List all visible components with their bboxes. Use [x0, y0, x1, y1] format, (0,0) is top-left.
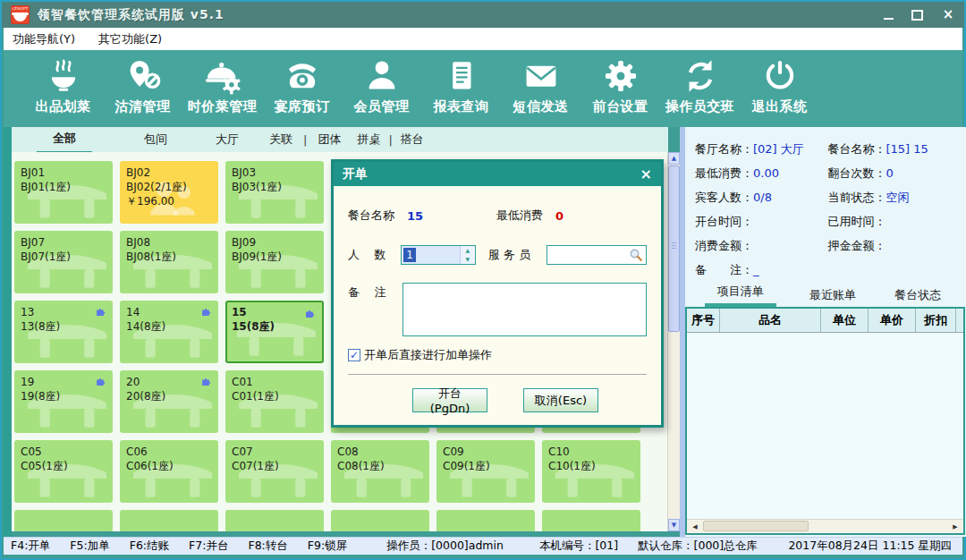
table-tile[interactable] [120, 510, 218, 531]
toolbar-frontdesk-settings-button[interactable]: 前台设置 [580, 50, 660, 115]
dialog-close-icon[interactable]: × [640, 167, 652, 182]
tile-seats: 19(8座) [21, 389, 106, 403]
toolbar-label: 出品划菜 [36, 98, 91, 115]
table-tile[interactable] [542, 510, 640, 531]
table-tile-C10[interactable]: C10C10(1座) [542, 440, 640, 503]
scroll-up-arrow-icon[interactable]: ▲ [668, 152, 680, 165]
minimize-button[interactable] [884, 11, 894, 20]
item-list-table: 序号 品名 单位 单价 折扣 ◀ ▶ [685, 307, 965, 535]
cancel-button[interactable]: 取消(Esc) [523, 388, 598, 412]
tile-seats: 20(8座) [126, 389, 212, 403]
item-list-horizontal-scrollbar[interactable]: ◀ ▶ [687, 519, 963, 533]
statusbar: F4:开单 F5:加单 F6:结账 F7:并台 F8:转台 F9:锁屏 操作员：… [4, 537, 962, 555]
scroll-down-arrow-icon[interactable]: ▼ [668, 519, 680, 531]
open-table-button[interactable]: 开台(PgDn) [412, 388, 487, 412]
tab-shared-table[interactable]: 拼桌 [355, 127, 382, 152]
tab-table-status[interactable]: 餐台状态 [889, 284, 946, 307]
tile-seats: BJ08(1座) [126, 250, 212, 264]
waiter-input[interactable] [547, 245, 647, 265]
table-watermark-icon [446, 525, 532, 531]
table-tile[interactable] [331, 510, 429, 531]
tile-id: BJ02 [126, 165, 212, 180]
table-tile-C08[interactable]: C08C08(1座) [331, 440, 429, 503]
tile-id: 20 [126, 375, 212, 389]
table-tile-BJ08[interactable]: BJ08BJ08(1座) [120, 231, 218, 293]
remark-label: 备 注 [348, 283, 397, 301]
close-button[interactable]: × [941, 9, 955, 21]
menu-other-functions[interactable]: 其它功能(Z) [98, 31, 162, 47]
auto-add-order-checkbox[interactable]: ✓ [348, 349, 360, 361]
table-tile-C06[interactable]: C06C06(1座) [120, 440, 218, 503]
toolbar-serve-dishes-button[interactable]: 出品划菜 [23, 50, 103, 115]
table-tile-C09[interactable]: C09C09(1座) [436, 440, 535, 503]
scrollbar-thumb[interactable] [668, 165, 680, 332]
maximize-button[interactable] [911, 10, 923, 21]
sync-arrows-icon [682, 57, 719, 95]
scroll-right-arrow-icon[interactable]: ▶ [949, 521, 962, 532]
tile-id: C10 [548, 445, 634, 459]
col-unit-price: 单价 [869, 309, 916, 332]
table-tile-C05[interactable]: C05C05(1座) [14, 440, 113, 503]
table-tile-BJ07[interactable]: BJ07BJ07(1座) [14, 231, 113, 293]
stepper-up-icon[interactable]: ▲ [461, 246, 475, 255]
tab-private-rooms[interactable]: 包间 [142, 127, 169, 152]
remark-textarea[interactable] [402, 283, 647, 336]
toolbar-exit-system-button[interactable]: 退出系统 [740, 50, 819, 115]
table-tile[interactable] [14, 510, 113, 531]
tile-seats: C09(1座) [443, 459, 529, 473]
info-restaurant-name: 餐厅名称：[02] 大厅 [695, 141, 828, 157]
status-default-warehouse: 默认仓库：[000]总仓库 [638, 539, 758, 554]
toolbar-label: 操作员交班 [665, 98, 735, 115]
table-tile-14[interactable]: 1414(8座) [120, 301, 218, 363]
tile-seats: BJ07(1座) [21, 250, 106, 264]
tab-item-list[interactable]: 项目清单 [705, 280, 776, 307]
table-tile-C07[interactable]: C07C07(1座) [225, 440, 324, 503]
tile-id: BJ03 [232, 165, 318, 180]
grid-vertical-scrollbar[interactable]: ▲ ▼ [667, 152, 680, 531]
shortcut-f9-lock-screen: F9:锁屏 [308, 539, 347, 554]
shortcut-f8-transfer-table: F8:转台 [248, 539, 287, 554]
toolbar-price-menu-button[interactable]: 时价菜管理 [182, 50, 262, 115]
toolbar-operator-shift-button[interactable]: 操作员交班 [660, 50, 740, 115]
tile-seats: 15(8座) [232, 319, 318, 334]
menu-function-navigation[interactable]: 功能导航(Y) [13, 31, 75, 47]
search-icon[interactable] [629, 248, 643, 262]
table-tile[interactable] [436, 510, 535, 531]
table-tile-BJ09[interactable]: BJ09BJ09(1座) [225, 231, 324, 293]
toolbar-sms-send-button[interactable]: 短信发送 [501, 50, 580, 115]
tile-id: BJ07 [21, 235, 106, 250]
scroll-left-arrow-icon[interactable]: ◀ [689, 521, 701, 532]
scrollbar-thumb[interactable] [703, 521, 809, 531]
shortcut-f6-checkout: F6:结账 [130, 539, 169, 554]
table-tile[interactable] [225, 510, 324, 531]
tile-seats: C01(1座) [232, 389, 318, 403]
people-count-stepper[interactable]: 1 ▲ ▼ [401, 245, 476, 265]
tile-seats: C07(1座) [232, 459, 318, 473]
table-tile-15[interactable]: 1515(8座) [225, 301, 324, 363]
person-icon [363, 57, 401, 95]
tab-all[interactable]: 全部 [37, 126, 92, 154]
tile-id: C01 [232, 375, 318, 389]
table-tile-C01[interactable]: C01C01(1座) [225, 370, 324, 433]
table-tile-19[interactable]: 1919(8座) [14, 370, 113, 433]
table-tile-13[interactable]: 1313(8座) [14, 301, 113, 363]
tab-joined-table[interactable]: 搭台 [399, 127, 426, 152]
toolbar: 出品划菜 沽清管理 时价菜管理 宴席预订 会员管理 报表查询 短信发送 前台设 [4, 50, 962, 127]
toolbar-report-query-button[interactable]: 报表查询 [421, 50, 501, 115]
tab-group[interactable]: 团体 [316, 127, 343, 152]
table-info-panel: 餐厅名称：[02] 大厅 餐台名称：[15] 15 最低消费：0.00 翻台次数… [685, 127, 966, 537]
table-tile-20[interactable]: 2020(8座) [120, 370, 218, 433]
tab-linked[interactable]: 关联 [267, 127, 294, 152]
table-tile-BJ01[interactable]: BJ01BJ01(1座) [14, 161, 113, 224]
telephone-icon [284, 57, 321, 95]
tile-seats: BJ03(1座) [232, 180, 318, 194]
col-seq: 序号 [687, 309, 720, 332]
toolbar-member-manage-button[interactable]: 会员管理 [342, 50, 421, 115]
stepper-down-icon[interactable]: ▼ [461, 255, 475, 264]
toolbar-soldout-manage-button[interactable]: 沽清管理 [103, 50, 182, 115]
table-tile-BJ03[interactable]: BJ03BJ03(1座) [225, 161, 324, 224]
table-tile-BJ02[interactable]: BJ02BJ02(2/1座)￥196.00 [120, 161, 218, 224]
toolbar-banquet-booking-button[interactable]: 宴席预订 [262, 50, 342, 115]
tab-recent-bills[interactable]: 最近账单 [804, 284, 861, 307]
tab-hall[interactable]: 大厅 [214, 127, 241, 152]
